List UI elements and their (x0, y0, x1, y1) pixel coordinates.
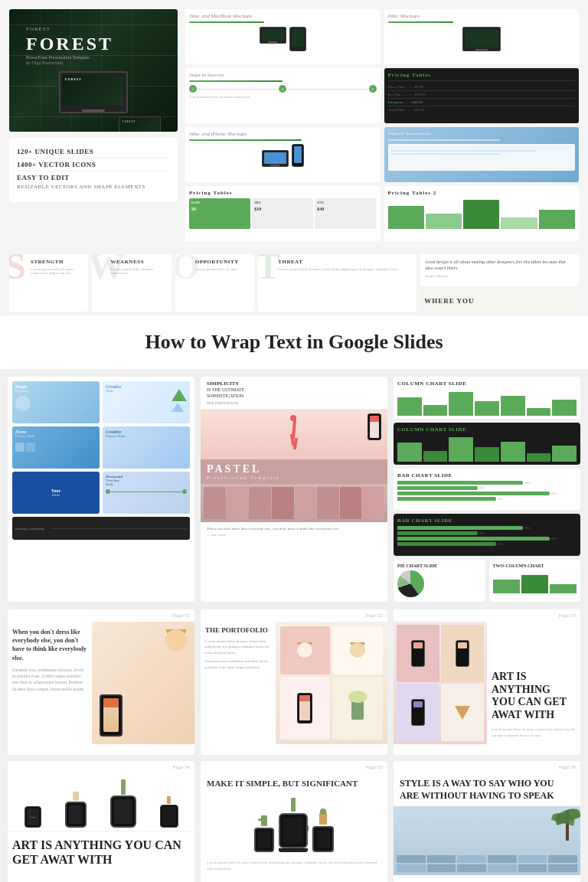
imac-iphone-slide: iMac and iPhone Mockups (185, 127, 381, 182)
title-section: How to Wrap Text in Google Slides (0, 315, 588, 369)
page55-title-area: MAKE IT SIMPLE, BUT SIGNIFICANT (201, 773, 387, 793)
bar-chart-dark: BAR CHART SLIDE 70% 45% 85% 55% (394, 514, 580, 556)
palm-tree (566, 810, 569, 841)
pricing-dark-slide: Pricing Tables Basic Plan ......... $9.9… (384, 68, 580, 123)
page56-num: Page 56 (394, 761, 580, 773)
page53-big-text: ART IS ANYTHING YOU CAN GET AWAT WITH (492, 671, 576, 722)
forest-slides-right: iMac and MacBook Mockups (185, 9, 579, 241)
page51-quote: When you don't dress like everybody else… (12, 628, 87, 662)
page51-body: Euismod cras, vestibulum sed iusto, id e… (12, 667, 87, 692)
seats-image (201, 484, 387, 522)
page54-num: Page 54 (8, 761, 194, 773)
small-slide-3: Home Pattern Slide (12, 426, 100, 469)
swot-opportunity-label: OPPORTUNITY (195, 259, 250, 265)
col-chart-light-title: COLUMN CHART SLIDE (397, 381, 577, 387)
ice-cream-1 (165, 629, 187, 651)
stat-icons: 1400+ VECTOR ICONS (17, 158, 170, 172)
bar-chart-dark-title: BAR CHART SLIDE (397, 518, 577, 524)
two-col-chart-slide: TWO-COLUMN CHART (489, 560, 581, 602)
page52-title: THE PORTOFOLIO (205, 626, 271, 635)
pastel-subtitle: Presentation Template (207, 475, 381, 480)
small-slide-4: Creative Pattern Slide (103, 426, 190, 469)
pricing-white-title: Pricing Tables (189, 190, 377, 196)
page54-text: ART IS ANYTHING YOU CAN GET AWAT WITH (8, 831, 194, 873)
building-windows (394, 852, 580, 875)
bar-chart-light: BAR CHART SLIDE 70% 45% 85% 55% (394, 469, 580, 511)
watch-with-plant-1 (254, 815, 274, 852)
forest-top-thumbs: iMac and MacBook Mockups (185, 9, 579, 64)
col-chart-dark-title: COLUMN CHART SLIDE (397, 426, 577, 433)
imac-mockup-slide: iMac and MacBook Mockups (185, 9, 381, 64)
website-title: Website Screenshots (388, 131, 576, 137)
page54-big-text: ART IS ANYTHING YOU CAN GET AWAT WITH (12, 838, 190, 867)
forest-badge: FOREST (26, 26, 161, 32)
slide-title-2: iMac Mockups (388, 13, 576, 19)
page53-text: ART IS ANYTHING YOU CAN GET AWAT WITH Lo… (487, 622, 580, 744)
page52-text: THE PORTOFOLIO Lorem ipsum dolor sit ame… (201, 622, 276, 744)
pricing-dark-title: Pricing Tables (388, 72, 576, 78)
ice-img-1 (280, 626, 331, 675)
top-section: FOREST FOREST PowerPoint Presentation Te… (0, 0, 588, 250)
page52-body: Lorem ipsum dolor sit amet consectetur a… (205, 639, 271, 656)
swot-s-letter: S (9, 254, 26, 285)
small-slide-5: Your Slide (12, 472, 100, 514)
page53-num: Page 53 (394, 609, 580, 622)
page55-title: MAKE IT SIMPLE, BUT SIGNIFICANT (207, 778, 381, 789)
laptop-mockup-small: FOREST (26, 116, 161, 132)
page53-phones (394, 622, 487, 744)
laptop-mockup-area: FOREST (26, 71, 161, 113)
page51-phone-area (92, 622, 194, 744)
phone-item-2 (441, 625, 484, 682)
imac-mockup-slide-2: iMac Mockups (384, 9, 580, 64)
page52-images (276, 622, 387, 744)
pastel-quote-text: When you don't dress like everybody else… (207, 526, 381, 531)
stat-slides: 120+ UNIQUE SLIDES (17, 145, 170, 158)
main-title: How to Wrap Text in Google Slides (31, 331, 557, 354)
imac-iphone-title: iMac and iPhone Mockups (189, 131, 377, 137)
page56-building (394, 806, 580, 875)
page55-num: Page 55 (201, 761, 387, 773)
pricing-white-slide-2: Pricing Tables 2 (384, 186, 580, 241)
forest-bottom-thumbs: Pricing Tables BASIC$9 PRO$19 ENT.$49 Pr… (185, 186, 579, 241)
page52-num: Page 52 (201, 609, 387, 622)
swot-threat-label: THREAT (278, 259, 412, 265)
page56-title-area: STYLE IS A WAY TO SAY WHO YOU ARE WITHOU… (394, 773, 580, 806)
swot-t-letter: T (258, 254, 280, 285)
page55-watches-row (201, 793, 387, 857)
steps-title: Steps to Success (189, 72, 377, 78)
column-chart-light: COLUMN CHART SLIDE Data label (394, 377, 580, 419)
chart-slides-col: COLUMN CHART SLIDE Data label COLUMN CHA… (394, 377, 580, 602)
row3-section: Page 54 (0, 755, 588, 882)
slide-title-1: iMac and MacBook Mockups (189, 13, 377, 19)
small-slide-1: Single Pajamas (12, 381, 100, 423)
page52-content: THE PORTOFOLIO Lorem ipsum dolor sit ame… (201, 622, 387, 744)
pie-two-col: PIE CHART SLIDE TWO-COLUMN CHART (394, 560, 580, 602)
quote-attr-1: Frank Chimero (425, 274, 574, 278)
forest-author: by Olga Ruzmeykik (26, 60, 161, 65)
forest-template-showcase: FOREST FOREST PowerPoint Presentation Te… (9, 9, 178, 241)
forest-subtitle-text: PowerPoint Presentation Template (26, 55, 161, 60)
page51-card: Page 51 When you don't dress like everyb… (8, 609, 194, 755)
phone-mockup-1 (100, 694, 122, 737)
page56-card: Page 56 STYLE IS A WAY TO SAY WHO YOU AR… (394, 761, 580, 882)
watch-with-plant-2 (312, 812, 334, 852)
forest-title: FOREST (26, 34, 161, 54)
page56-title: STYLE IS A WAY TO SAY WHO YOU ARE WITHOU… (400, 778, 574, 802)
pastel-quote-attr: — Iris Apfel (207, 533, 381, 537)
page55-body: Lorem ipsum dolor sit amet consectetur a… (201, 857, 387, 874)
where-you-slide: WHERE YOU (420, 290, 579, 312)
swot-row: S STRENGTH Lorem ipsum dolor sit amet co… (0, 250, 588, 315)
pastel-quote: When you don't dress like everybody else… (201, 522, 387, 541)
pastel-main-title: PASTEL (207, 463, 381, 475)
page53-content: ART IS ANYTHING YOU CAN GET AWAT WITH Lo… (394, 622, 580, 744)
simplicity-header: SIMPLICITY IS THE ULTIMATE SOPHISTICATIO… (201, 377, 387, 410)
steps-slide: Steps to Success 1 2 3 Lorem ipsum dolor… (185, 68, 381, 123)
watch-small-2 (160, 796, 178, 828)
watch-medium-1 (65, 792, 87, 828)
pie-chart-slide: PIE CHART SLIDE (394, 560, 485, 602)
page52-card: Page 52 THE PORTOFOLIO Lorem ipsum dolor… (201, 609, 387, 755)
forest-middle-thumbs: Steps to Success 1 2 3 Lorem ipsum dolor… (185, 68, 579, 182)
swot-weakness: W WEAKNESS Lorem ipsum dolor sit amet co… (92, 254, 171, 312)
ice-img-2 (332, 626, 383, 675)
swot-opportunity: O OPPORTUNITY Lorem ipsum dolor sit amet (175, 254, 254, 312)
